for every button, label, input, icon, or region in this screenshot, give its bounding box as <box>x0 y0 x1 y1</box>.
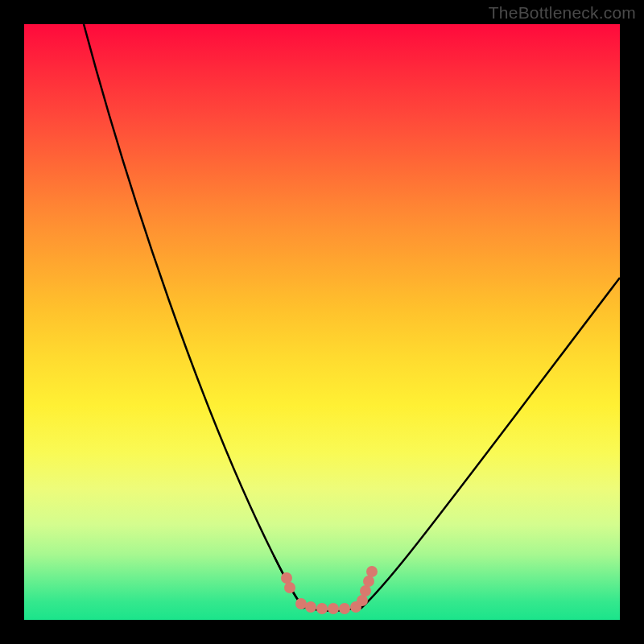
svg-point-4 <box>316 603 328 614</box>
svg-point-8 <box>357 595 368 606</box>
svg-point-10 <box>363 576 374 587</box>
svg-point-0 <box>281 572 292 584</box>
chart-frame: TheBottleneck.com <box>0 0 644 644</box>
svg-point-9 <box>360 585 371 597</box>
plot-area <box>24 24 620 620</box>
svg-point-3 <box>305 601 316 613</box>
watermark-label: TheBottleneck.com <box>489 3 636 23</box>
bottleneck-curve <box>84 24 620 609</box>
plot-svg <box>24 24 620 620</box>
svg-point-2 <box>295 598 307 609</box>
svg-point-1 <box>284 582 295 593</box>
svg-point-6 <box>339 603 350 614</box>
svg-point-5 <box>328 603 339 614</box>
svg-point-11 <box>366 566 378 577</box>
